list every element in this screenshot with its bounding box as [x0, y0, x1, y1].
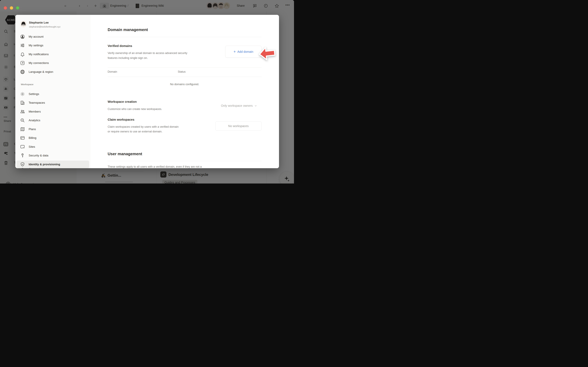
sidebar-item-my-account[interactable]: My account [17, 33, 89, 41]
table-header-status: Status [178, 70, 186, 73]
user-management-heading: User management [108, 151, 142, 156]
table-top-border [108, 67, 261, 67]
globe-icon [20, 69, 25, 74]
sidebar-item-my-notifications[interactable]: My notifications [17, 50, 89, 58]
workspace-creation-dropdown[interactable]: Only workspace owners [221, 104, 257, 108]
divider [108, 37, 261, 37]
verified-domains-description: Verify ownership of an email domain to a… [108, 51, 193, 60]
settings-content: Domain management Verified domains Verif… [90, 15, 279, 168]
verified-domains-heading: Verified domains [108, 44, 132, 48]
empty-table-message: No domains configured. [108, 83, 261, 86]
building-icon [20, 100, 25, 105]
sidebar-item-partial[interactable]: Connections [17, 166, 89, 168]
maximize-window-button[interactable] [16, 6, 19, 10]
user-avatar [20, 21, 27, 27]
circle-icon [20, 167, 25, 168]
sidebar-item-sites[interactable]: Sites [17, 143, 89, 151]
sidebar-item-my-settings[interactable]: My settings [17, 42, 89, 49]
people-icon [20, 109, 25, 114]
plus-icon: + [233, 49, 236, 54]
arrow-up-right-square-icon [20, 60, 25, 66]
settings-modal: Stephanie Lee stephanie@toolsforthought.… [15, 15, 279, 168]
workspace-creation-heading: Workspace creation [108, 100, 137, 104]
user-name: Stephanie Lee [29, 21, 61, 24]
sidebar-item-my-connections[interactable]: My connections [17, 59, 89, 67]
credit-card-icon [20, 135, 25, 140]
workspace-section-label: Workspace [21, 83, 33, 86]
page-title: Domain management [108, 27, 148, 32]
annotation-arrow-icon [258, 45, 277, 63]
bell-icon [20, 52, 25, 57]
app-window: « ‹ › + Engineering / Engineering Wiki [0, 0, 294, 184]
workspace-creation-description: Customize who can create new workspaces. [108, 107, 162, 111]
sidebar-item-language-region[interactable]: Language & region [17, 68, 89, 76]
sidebar-item-members[interactable]: Members [17, 108, 89, 116]
sidebar-item-analytics[interactable]: Analytics [17, 117, 89, 124]
chevron-down-icon [254, 105, 257, 107]
sidebar-item-plans[interactable]: Plans [17, 125, 89, 133]
account-header: Stephanie Lee stephanie@toolsforthought.… [20, 21, 61, 28]
no-workspaces-button[interactable]: No workspaces [215, 121, 261, 131]
user-management-note: These settings apply to all users with a… [108, 165, 202, 168]
claim-workspaces-heading: Claim workspaces [108, 118, 134, 121]
person-circle-icon [20, 34, 25, 39]
settings-sidebar: Stephanie Lee stephanie@toolsforthought.… [15, 15, 90, 168]
user-email: stephanie@toolsforthought.xyz [29, 25, 61, 28]
sidebar-item-teamspaces[interactable]: Teamspaces [17, 99, 89, 107]
table-header-border [108, 77, 261, 77]
add-domain-button[interactable]: + Add domain [225, 46, 261, 58]
claim-workspaces-description: Claim workspaces created by users with a… [108, 125, 180, 134]
key-icon [20, 153, 25, 158]
traffic-lights [4, 6, 19, 10]
close-window-button[interactable] [4, 6, 7, 10]
magnifier-sparkle-icon [20, 118, 25, 123]
sidebar-item-settings[interactable]: Settings [17, 90, 89, 98]
browser-cursor-icon [20, 144, 25, 149]
minimize-window-button[interactable] [10, 6, 13, 10]
table-header-domain: Domain [108, 70, 117, 73]
sidebar-item-billing[interactable]: Billing [17, 134, 89, 142]
sidebar-item-security-data[interactable]: Security & data [17, 152, 89, 159]
sliders-icon [20, 43, 25, 48]
map-icon [20, 127, 25, 132]
gear-icon [20, 92, 25, 97]
